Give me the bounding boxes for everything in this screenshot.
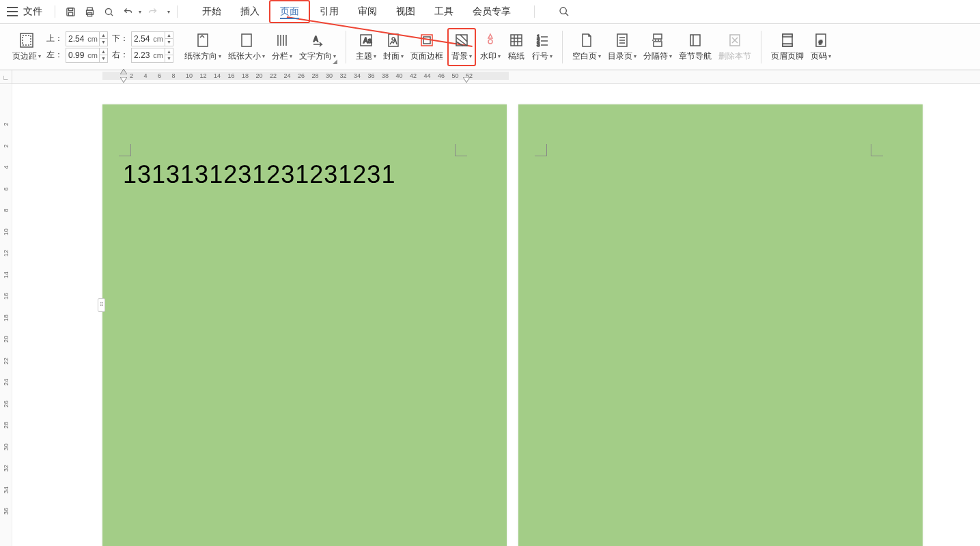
menu-tabs: 开始 插入 页面 引用 审阅 视图 工具 会员专享 [193, 0, 520, 23]
qat-customize[interactable]: ▾ [167, 9, 170, 15]
ruler-tick: 42 [410, 72, 417, 79]
tab-view[interactable]: 视图 [387, 0, 425, 23]
page-number-button[interactable]: # 页码▾ [808, 28, 834, 66]
page-side-handle[interactable]: ⠿ [98, 298, 105, 312]
tab-tools[interactable]: 工具 [425, 0, 463, 23]
ruler-tick: 20 [3, 335, 10, 343]
ruler-tick: 18 [242, 72, 249, 79]
ruler-tick: 30 [3, 443, 10, 451]
tab-start[interactable]: 开始 [193, 0, 231, 23]
undo-dropdown[interactable]: ▾ [139, 9, 141, 15]
margin-corner-icon [455, 144, 467, 156]
margin-top-input[interactable]: 2.54cm ▲▼ [66, 31, 108, 46]
svg-rect-11 [23, 35, 31, 45]
ruler-tick: 8 [172, 72, 176, 79]
svg-rect-45 [654, 34, 662, 39]
background-button[interactable]: 背景▾ [447, 28, 476, 66]
svg-point-6 [105, 8, 111, 14]
ruler-tick: 38 [382, 72, 389, 79]
page-margin-button[interactable]: 页边距▾ [10, 28, 44, 66]
separator [346, 31, 346, 63]
header-footer-button[interactable]: 页眉页脚 [768, 28, 807, 66]
title-bar: 文件 ▾ ▾ 开始 插入 页面 引用 审阅 视图 工具 会员专享 [0, 0, 980, 24]
svg-point-8 [560, 8, 566, 14]
svg-rect-47 [654, 42, 662, 46]
tab-member[interactable]: 会员专享 [463, 0, 520, 23]
svg-marker-58 [120, 69, 127, 74]
ruler-tick: 36 [3, 507, 10, 515]
paper-size-button[interactable]: 纸张大小▾ [225, 28, 268, 66]
ruler-tick: 12 [200, 72, 207, 79]
delete-section-button: 删除本节 [716, 28, 754, 66]
svg-rect-1 [68, 8, 72, 10]
separator [562, 31, 563, 63]
document-text[interactable]: 1313131231231231231 [123, 160, 395, 189]
orientation-button[interactable]: 纸张方向▾ [182, 28, 224, 66]
preview-icon[interactable] [102, 5, 115, 18]
left-indent-marker[interactable] [120, 77, 127, 83]
svg-line-28 [460, 35, 467, 42]
print-icon[interactable] [83, 5, 96, 18]
tab-insert[interactable]: 插入 [231, 0, 269, 23]
page-1[interactable]: ⠿ 1313131231231231231 [102, 104, 507, 546]
ruler-tick: 22 [3, 357, 10, 365]
ruler-tick: 16 [228, 72, 235, 79]
page-2[interactable] [518, 104, 923, 546]
vertical-ruler[interactable]: 224681012141618202224262830323436 [0, 84, 12, 546]
first-line-indent-marker[interactable] [120, 69, 127, 74]
svg-rect-2 [68, 12, 72, 16]
page-border-button[interactable]: 页面边框 [408, 28, 446, 66]
redo-icon[interactable] [145, 5, 159, 18]
line-number-button[interactable]: 123 行号▾ [529, 28, 555, 66]
ruler-tick: 28 [3, 421, 10, 429]
manuscript-button[interactable]: 稿纸 [505, 28, 528, 66]
chapter-nav-button[interactable]: 章节导航 [676, 28, 714, 66]
blank-page-button[interactable]: 空白页▾ [570, 28, 604, 66]
separator-button[interactable]: 分隔符▾ [641, 28, 675, 66]
margin-bottom-label: 下： [111, 33, 128, 44]
ruler-tick: 40 [396, 72, 403, 79]
svg-text:Aa: Aa [363, 37, 372, 44]
document-canvas[interactable]: ⠿ 1313131231231231231 [12, 84, 980, 546]
ruler-tick: 22 [270, 72, 277, 79]
tab-page[interactable]: 页面 [269, 0, 310, 23]
separator [177, 5, 178, 18]
svg-text:A: A [313, 35, 318, 43]
svg-rect-30 [511, 35, 522, 46]
svg-marker-59 [120, 77, 127, 83]
dialog-launcher-icon[interactable]: ◢ [333, 58, 337, 65]
undo-icon[interactable] [121, 5, 135, 18]
margin-bottom-input[interactable]: 2.54cm ▲▼ [131, 31, 173, 46]
ruler-tick: 24 [3, 378, 10, 386]
separator [55, 5, 55, 18]
search-icon[interactable] [555, 3, 573, 20]
ruler-tick: 20 [256, 72, 263, 79]
svg-point-22 [392, 38, 395, 40]
margins-group: 页边距▾ 上： 2.54cm ▲▼ 下： 2.54cm ▲▼ 左： 0.99cm [5, 28, 178, 66]
columns-button[interactable]: 分栏▾ [269, 28, 295, 66]
svg-rect-13 [242, 34, 251, 46]
tab-review[interactable]: 审阅 [348, 0, 387, 23]
svg-text:#: # [819, 39, 822, 46]
save-icon[interactable] [64, 5, 77, 18]
margin-left-input[interactable]: 0.99cm ▲▼ [66, 48, 108, 63]
svg-rect-55 [783, 44, 792, 46]
menu-icon[interactable] [7, 7, 18, 16]
watermark-button[interactable]: 水印▾ [477, 28, 503, 66]
file-menu[interactable]: 文件 [23, 5, 42, 18]
toc-page-button[interactable]: 目录页▾ [605, 28, 639, 66]
ruler-tick: 12 [3, 249, 10, 257]
theme-button[interactable]: Aa 主题▾ [353, 28, 379, 66]
ruler-tick: 32 [340, 72, 347, 79]
horizontal-ruler[interactable]: 2468101214161820222426283032343638404244… [102, 70, 980, 83]
svg-point-29 [488, 40, 492, 44]
ruler-tick: 14 [3, 271, 10, 279]
margin-right-input[interactable]: 2.23cm ▲▼ [131, 48, 173, 63]
svg-line-9 [565, 13, 568, 16]
ruler-tick: 4 [144, 72, 148, 79]
ruler-tick: 18 [3, 314, 10, 322]
ruler-tick: 36 [368, 72, 375, 79]
ruler-tick: 2 [3, 142, 10, 150]
right-indent-marker[interactable] [463, 77, 470, 83]
tab-reference[interactable]: 引用 [310, 0, 348, 23]
